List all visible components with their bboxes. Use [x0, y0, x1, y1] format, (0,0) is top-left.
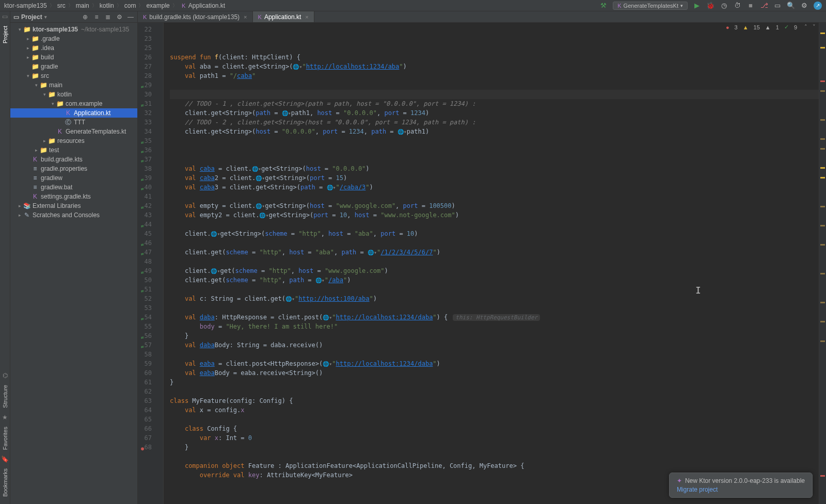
tree-node[interactable]: ▸📁.idea [10, 43, 137, 53]
tree-node[interactable]: ▸📁test [10, 145, 137, 155]
search-icon[interactable]: 🔍 [787, 2, 795, 10]
error-gutter-icon[interactable]: ● [141, 444, 144, 453]
tree-node[interactable]: ▸📁build [10, 53, 137, 62]
hide-panel-icon[interactable]: — [127, 13, 134, 21]
code-line[interactable] [170, 145, 819, 155]
code-line[interactable]: companion object Feature : ApplicationFe… [170, 461, 819, 470]
tree-arrow-icon[interactable]: ▸ [25, 55, 31, 60]
tree-node[interactable]: ≡gradle.properties [10, 164, 137, 173]
breadcrumb-segment[interactable]: com [124, 2, 136, 9]
settings-gear-icon[interactable]: ⚙ [116, 13, 123, 21]
account-icon[interactable]: ↗ [814, 2, 822, 10]
tree-arrow-icon[interactable]: ▸ [41, 138, 47, 143]
code-line[interactable]: val caba3 = client.get<String>(path = 🌐▾… [170, 183, 819, 192]
code-line[interactable] [170, 220, 819, 229]
breadcrumb[interactable]: ktor-sample135〉src〉main〉kotlin〉com〉examp… [4, 2, 225, 9]
structure-tool-icon[interactable]: ⌬ [0, 370, 10, 381]
tree-arrow-icon[interactable]: ▾ [50, 101, 56, 106]
code-line[interactable]: val daba: HttpResponse = client.post(🌐▾"… [170, 313, 819, 322]
profiler-icon[interactable]: ⏱ [733, 2, 741, 10]
code-line[interactable]: client.get<String>(path = 🌐▾path1, host … [170, 108, 819, 118]
code-line[interactable]: val empty = client.🌐▾get<String>(host = … [170, 201, 819, 210]
code-line[interactable] [170, 303, 819, 313]
expand-all-icon[interactable]: ≡ [93, 13, 100, 21]
tree-node[interactable]: ⒸTTT [10, 118, 137, 127]
code-line[interactable]: } [170, 331, 819, 340]
close-tab-icon[interactable]: × [305, 14, 308, 20]
code-line[interactable]: } [170, 443, 819, 452]
tree-node[interactable]: ▾📁ktor-sample135~/ktor-sample135 [10, 25, 137, 34]
run-icon[interactable]: ▶ [693, 2, 701, 10]
code-line[interactable] [170, 452, 819, 461]
tree-node[interactable]: Kbuild.gradle.kts [10, 155, 137, 164]
code-line[interactable] [170, 90, 819, 99]
code-line[interactable] [170, 415, 819, 424]
close-tab-icon[interactable]: × [244, 14, 247, 20]
code-line[interactable]: body = "Hey, there! I am still here!" [170, 322, 819, 331]
code-line[interactable]: client.🌐▾get<String>(scheme = "http", ho… [170, 229, 819, 238]
tree-node[interactable]: ▾📁src [10, 71, 137, 80]
project-tool-icon[interactable]: ▭ [0, 11, 10, 22]
tree-arrow-icon[interactable]: ▸ [25, 36, 31, 41]
debug-icon[interactable]: 🐞 [706, 2, 714, 10]
code-line[interactable]: var x: Int = 0 [170, 433, 819, 443]
tool-structure-tab[interactable]: Structure [1, 381, 9, 412]
bookmarks-tool-icon[interactable]: 🔖 [0, 454, 10, 464]
git-icon[interactable]: ⎇ [760, 2, 768, 10]
build-hammer-icon[interactable]: ⚒ [599, 2, 608, 10]
tree-node[interactable]: KApplication.kt [10, 108, 137, 118]
code-line[interactable]: val c: String = client.get(🌐▾"http://hos… [170, 294, 819, 303]
editor-tabs[interactable]: Kbuild.gradle.kts (ktor-sample135)×KAppl… [138, 11, 826, 23]
breadcrumb-segment[interactable]: example [146, 2, 169, 9]
breadcrumb-segment[interactable]: src [57, 2, 66, 9]
tree-arrow-icon[interactable]: ▾ [17, 27, 23, 32]
code-line[interactable]: client.get<String>(host = "0.0.0.0", por… [170, 127, 819, 136]
editor-gutter[interactable]: 22232526272829⇄3031⇄32333435⇄36⇄37⇄3839⇄… [138, 23, 164, 504]
tree-arrow-icon[interactable]: ▾ [33, 83, 39, 88]
chevron-down-icon[interactable]: ▾ [44, 14, 47, 20]
notification-popup[interactable]: ✦ New Ktor version 2.0.0-eap-233 is avai… [669, 473, 813, 498]
tree-arrow-icon[interactable]: ▸ [17, 203, 23, 208]
code-line[interactable]: val path1 = "/caba" [170, 71, 819, 80]
tree-node[interactable]: Ksettings.gradle.kts [10, 192, 137, 201]
tree-node[interactable]: ▸✎Scratches and Consoles [10, 210, 137, 220]
editor-code[interactable]: 𝙸 suspend fun f(client: HttpClient) { va… [164, 23, 819, 504]
tree-node[interactable]: ▾📁kotlin [10, 90, 137, 99]
structure-icon[interactable]: ▭ [773, 2, 782, 10]
notification-link[interactable]: Migrate project [677, 486, 805, 493]
tool-project-tab[interactable]: Project [1, 22, 9, 47]
code-line[interactable]: class Config { [170, 424, 819, 433]
breadcrumb-segment[interactable]: kotlin [100, 2, 114, 9]
code-line[interactable]: val eabaBody = eaba.receive<String>() [170, 368, 819, 378]
tree-arrow-icon[interactable]: ▸ [25, 45, 31, 51]
code-line[interactable] [170, 350, 819, 359]
breadcrumb-segment[interactable]: ktor-sample135 [4, 2, 47, 9]
code-line[interactable] [170, 257, 819, 266]
code-line[interactable]: val x = config.x [170, 405, 819, 415]
tree-node[interactable]: ▸📚External Libraries [10, 201, 137, 210]
tree-node[interactable]: 📁gradle [10, 62, 137, 71]
run-configuration-selector[interactable]: K GenerateTemplatesKt ▾ [613, 2, 688, 10]
tree-node[interactable]: ▸📁.gradle [10, 34, 137, 43]
breadcrumb-segment[interactable]: Application.kt [188, 2, 225, 9]
coverage-icon[interactable]: ◷ [720, 2, 728, 10]
code-line[interactable]: // TODO - 1 , client.get<String>(path = … [170, 99, 819, 108]
error-stripe[interactable] [819, 23, 826, 504]
settings-icon[interactable]: ⚙ [800, 2, 808, 10]
code-line[interactable]: client.get(scheme = "http", path = 🌐▾"/a… [170, 275, 819, 285]
code-line[interactable]: val caba2 = client.🌐▾get<String>(port = … [170, 173, 819, 183]
code-line[interactable] [170, 238, 819, 248]
code-line[interactable] [170, 155, 819, 164]
tree-node[interactable]: ▸📁resources [10, 136, 137, 145]
tree-node[interactable]: ▾📁main [10, 80, 137, 90]
code-line[interactable] [170, 136, 819, 145]
code-line[interactable]: suspend fun f(client: HttpClient) { [170, 53, 819, 62]
stop-icon[interactable]: ■ [746, 2, 755, 10]
project-tree[interactable]: ▾📁ktor-sample135~/ktor-sample135▸📁.gradl… [10, 23, 137, 504]
editor-tab[interactable]: KApplication.kt× [253, 11, 314, 22]
tree-arrow-icon[interactable]: ▸ [17, 213, 23, 218]
code-line[interactable]: val aba = client.get<String>(🌐▾"http://l… [170, 62, 819, 71]
tree-arrow-icon[interactable]: ▾ [41, 92, 47, 97]
code-line[interactable]: val dabaBody: String = daba.receive() [170, 340, 819, 350]
editor-tab[interactable]: Kbuild.gradle.kts (ktor-sample135)× [138, 11, 253, 22]
